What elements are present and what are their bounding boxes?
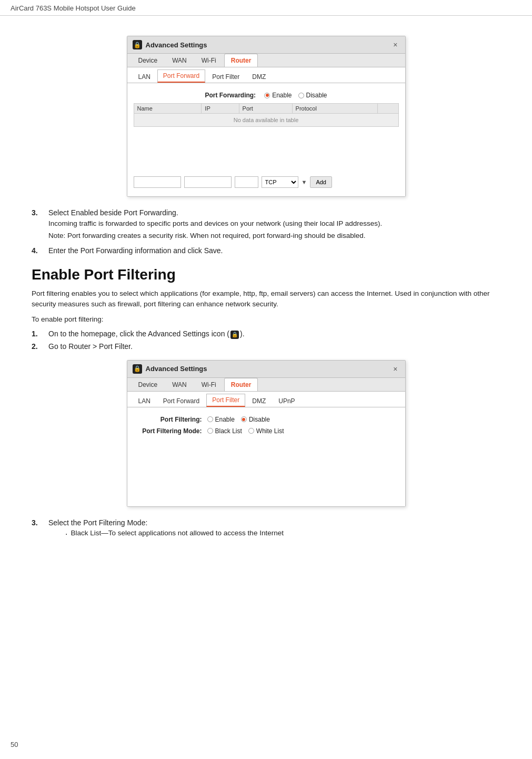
bullet-text-1: Black List—To select applications not al… (71, 529, 283, 539)
dialog2-wrapper: 🔒 Advanced Settings × Device WAN Wi-Fi R… (32, 360, 500, 507)
section2-heading: Enable Port Filtering (32, 266, 500, 283)
dialog1: 🔒 Advanced Settings × Device WAN Wi-Fi R… (127, 36, 406, 197)
subtab-portfilter-2[interactable]: Port Filter (206, 394, 245, 407)
dialog2: 🔒 Advanced Settings × Device WAN Wi-Fi R… (127, 360, 406, 507)
step1-s2-content: On to the homepage, click the Advanced S… (48, 329, 500, 338)
dialog2-close-button[interactable]: × (391, 365, 399, 373)
dialog1-spacer (134, 131, 399, 173)
pf-protocol-select[interactable]: TCP UDP Both (262, 176, 298, 188)
step3-s2-label: Select the Port Filtering Mode: (48, 518, 147, 527)
steps-section2-post: 3. Select the Port Filtering Mode: · Bla… (32, 518, 500, 539)
pf2-whitelist-label: White List (256, 427, 284, 435)
step3-content: Select Enabled beside Port Forwarding. I… (48, 208, 500, 243)
pf2-mode-radio-group: Black List White List (207, 427, 284, 435)
step4-label: Enter the Port Forwarding information an… (48, 246, 223, 255)
dialog2-spacer (134, 436, 399, 499)
step3-desc2: Note: Port forwarding creates a security… (48, 231, 500, 241)
step1-s2: 1. On to the homepage, click the Advance… (32, 329, 500, 338)
pf-disable-radio[interactable]: Disable (298, 92, 327, 99)
pf2-whitelist-radio-circle (248, 428, 254, 434)
dialog1-body: Port Forwarding: Enable Disable (127, 83, 405, 196)
tab-device-2[interactable]: Device (132, 378, 165, 391)
col-protocol: Protocol (292, 104, 377, 114)
step4-content: Enter the Port Forwarding information an… (48, 246, 500, 255)
tab-wifi-1[interactable]: Wi-Fi (195, 54, 223, 67)
step3-number: 3. (32, 208, 43, 243)
pf-enable-radio[interactable]: Enable (264, 92, 292, 99)
tab-wifi-2[interactable]: Wi-Fi (195, 378, 223, 391)
pf-radio-group: Enable Disable (264, 92, 327, 99)
subtab-portfilter-1[interactable]: Port Filter (206, 71, 245, 83)
advanced-settings-icon1: 🔒 (133, 40, 142, 49)
step1-s2-label: On to the homepage, click the Advanced S… (48, 329, 245, 338)
subtab-portforward-1[interactable]: Port Forward (157, 69, 205, 83)
step3-s2-content: Select the Port Filtering Mode: · Black … (48, 518, 500, 539)
pf-add-row: TCP UDP Both ▼ Add (134, 173, 399, 189)
pf2-blacklist-radio-circle (207, 428, 213, 434)
dialog1-titlebar: 🔒 Advanced Settings × (127, 36, 405, 54)
pf-disable-radio-circle (298, 93, 304, 98)
dialog2-main-tabs: Device WAN Wi-Fi Router (127, 378, 405, 392)
dialog2-title-group: 🔒 Advanced Settings (133, 364, 207, 374)
step3-s2-number: 3. (32, 518, 43, 539)
dialog1-title-group: 🔒 Advanced Settings (133, 40, 207, 49)
dialog2-sub-tabs: LAN Port Forward Port Filter DMZ UPnP (127, 392, 405, 407)
steps-section2-pre: 1. On to the homepage, click the Advance… (32, 329, 500, 350)
step2-s2-number: 2. (32, 342, 43, 351)
step2-s2-label: Go to Router > Port Filter. (48, 342, 133, 351)
pf-enable-radio-circle (264, 93, 270, 98)
subtab-dmz-1[interactable]: DMZ (246, 71, 272, 83)
tab-wan-2[interactable]: WAN (165, 378, 194, 391)
section2-intro: Port filtering enables you to select whi… (32, 288, 500, 311)
pf2-disable-radio[interactable]: Disable (241, 416, 270, 423)
pf-enable-label: Enable (272, 92, 292, 99)
pf2-filtering-radio-group: Enable Disable (207, 416, 270, 423)
page-header: AirCard 763S Mobile Hotspot User Guide (0, 0, 532, 16)
subtab-lan-2[interactable]: LAN (133, 395, 156, 407)
dialog1-wrapper: 🔒 Advanced Settings × Device WAN Wi-Fi R… (32, 36, 500, 197)
pf-ip-input[interactable] (184, 176, 232, 188)
pf-header-row: Port Forwarding: Enable Disable (134, 88, 399, 103)
subtab-lan-1[interactable]: LAN (133, 71, 156, 83)
tab-router-1[interactable]: Router (224, 54, 258, 67)
pf2-blacklist-radio[interactable]: Black List (207, 427, 242, 435)
step2-s2-content: Go to Router > Port Filter. (48, 342, 500, 351)
subtab-upnp-2[interactable]: UPnP (273, 395, 300, 407)
tab-device-1[interactable]: Device (132, 54, 165, 67)
section2-to-enable: To enable port filtering: (32, 314, 500, 325)
pf2-filtering-row: Port Filtering: Enable Disable (134, 413, 399, 424)
subtab-dmz-2[interactable]: DMZ (246, 395, 272, 407)
pf-name-input[interactable] (134, 176, 181, 188)
dialog1-main-tabs: Device WAN Wi-Fi Router (127, 54, 405, 67)
dialog2-title-text: Advanced Settings (146, 365, 207, 373)
subtab-portforward-2[interactable]: Port Forward (157, 395, 205, 407)
pf-table: Name IP Port Protocol No data available … (134, 103, 399, 127)
adv-settings-icon-inline: 🔒 (230, 331, 239, 339)
advanced-settings-icon2: 🔒 (133, 364, 142, 374)
dialog1-close-button[interactable]: × (391, 41, 399, 49)
step4: 4. Enter the Port Forwarding information… (32, 246, 500, 255)
pf-disable-label: Disable (306, 92, 327, 99)
step3-s2: 3. Select the Port Filtering Mode: · Bla… (32, 518, 500, 539)
pf2-whitelist-radio[interactable]: White List (248, 427, 284, 435)
step4-number: 4. (32, 246, 43, 255)
header-title: AirCard 763S Mobile Hotspot User Guide (11, 4, 136, 12)
page-footer: 50 (11, 741, 18, 748)
step3-label: Select Enabled beside Port Forwarding. (48, 208, 178, 217)
step2-s2: 2. Go to Router > Port Filter. (32, 342, 500, 351)
pf-port-input[interactable] (235, 176, 258, 188)
pf2-disable-radio-circle (241, 416, 247, 422)
tab-wan-1[interactable]: WAN (165, 54, 194, 67)
tab-router-2[interactable]: Router (224, 378, 258, 391)
page-content: 🔒 Advanced Settings × Device WAN Wi-Fi R… (0, 16, 532, 574)
pf2-enable-radio[interactable]: Enable (207, 416, 235, 423)
col-port: Port (239, 104, 292, 114)
pf-add-button[interactable]: Add (310, 176, 332, 188)
dialog2-titlebar: 🔒 Advanced Settings × (127, 361, 405, 378)
pf2-mode-label: Port Filtering Mode: (134, 427, 202, 435)
dialog1-sub-tabs: LAN Port Forward Port Filter DMZ (127, 67, 405, 83)
bullet-item-1: · Black List—To select applications not … (65, 529, 500, 539)
step3: 3. Select Enabled beside Port Forwarding… (32, 208, 500, 243)
dialog1-title-text: Advanced Settings (146, 41, 207, 49)
step3-desc1: Incoming traffic is forwarded to specifi… (48, 218, 500, 229)
